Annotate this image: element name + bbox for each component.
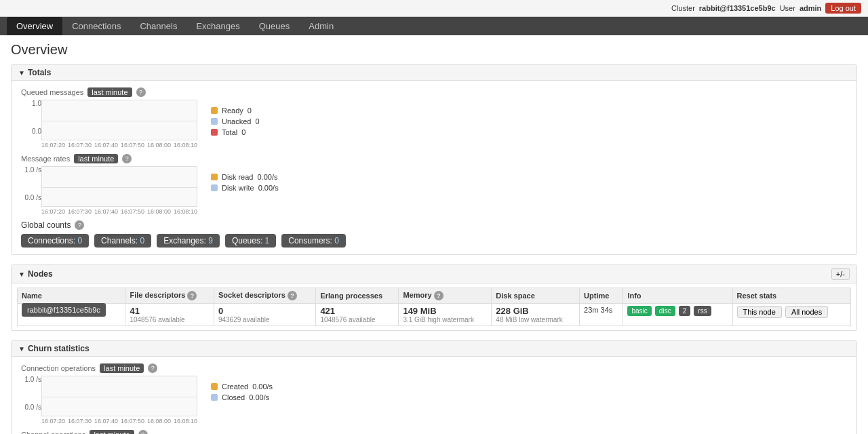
message-rates-row: 1.0 /s 0.0 /s 16:07:20 16:07:30 16:07:40…: [21, 166, 847, 215]
rates-legend: Disk read 0.00/s Disk write 0.00/s: [211, 173, 279, 192]
nodes-arrow: ▼: [18, 271, 25, 278]
topbar: Cluster rabbit@f13351ce5b9c User admin L…: [0, 0, 868, 17]
uptime-value: 23m 34s: [584, 306, 612, 314]
queued-help-icon[interactable]: ?: [136, 87, 146, 97]
count-exchanges[interactable]: Exchanges: 9: [157, 234, 220, 248]
memory-help[interactable]: ?: [434, 291, 443, 300]
nodes-section-header[interactable]: ▼ Nodes +/-: [12, 265, 856, 283]
memory-cell: 149 MiB 3.1 GiB high watermark: [399, 304, 492, 326]
file-desc-main: 41: [130, 306, 210, 316]
conn-ops-row: 1.0 /s 0.0 /s 16:07:20 16:07:30 16:07:40…: [21, 376, 847, 425]
node-name-cell: rabbit@f13351ce5b9c: [18, 304, 125, 326]
info-basic-badge: basic: [627, 306, 651, 316]
reset-stats-cell: This node All nodes: [732, 304, 850, 326]
nodes-body: Name File descriptors ? Socket descripto…: [12, 283, 856, 330]
legend-disk-write: Disk write 0.00/s: [211, 184, 279, 192]
erlang-sub: 1048576 available: [320, 316, 394, 323]
rates-y-axis: 1.0 /s 0.0 /s: [21, 166, 41, 201]
churn-title: Churn statistics: [28, 344, 90, 353]
memory-sub: 3.1 GiB high watermark: [403, 316, 487, 323]
churn-section: ▼ Churn statistics Connection operations…: [11, 340, 857, 434]
col-erlang: Erlang processes: [316, 288, 399, 304]
col-name: Name: [18, 288, 125, 304]
chan-ops-time-badge[interactable]: last minute: [90, 430, 134, 434]
queued-messages-label: Queued messages last minute ?: [21, 87, 847, 97]
chan-ops-label: Channel operations last minute ?: [21, 430, 847, 434]
socket-desc-main: 0: [218, 306, 311, 316]
nodes-section: ▼ Nodes +/- Name File descriptors ? Sock…: [11, 264, 857, 331]
disk-write-dot: [211, 184, 218, 191]
memory-main: 149 MiB: [403, 306, 487, 316]
tab-admin[interactable]: Admin: [299, 17, 343, 35]
rates-canvas: [41, 166, 197, 207]
grid-line-mid2: [42, 187, 197, 188]
user-label: User: [780, 4, 795, 12]
tab-connections[interactable]: Connections: [62, 17, 130, 35]
erlang-cell: 421 1048576 available: [316, 304, 399, 326]
col-disk: Disk space: [492, 288, 580, 304]
conn-ops-time-badge[interactable]: last minute: [100, 363, 144, 373]
count-connections[interactable]: Connections: 0: [21, 234, 89, 248]
disk-cell: 228 GiB 48 MiB low watermark: [492, 304, 580, 326]
file-desc-sub: 1048576 available: [130, 316, 210, 323]
chan-ops-help-icon[interactable]: ?: [138, 430, 148, 434]
file-desc-help[interactable]: ?: [187, 291, 197, 300]
counts-help-icon[interactable]: ?: [75, 220, 84, 230]
conn-ops-chart: 1.0 /s 0.0 /s 16:07:20 16:07:30 16:07:40…: [21, 376, 197, 425]
logout-button[interactable]: Log out: [825, 3, 861, 14]
totals-title: Totals: [28, 68, 51, 77]
counts-row: Connections: 0 Channels: 0 Exchanges: 9 …: [21, 234, 847, 248]
socket-desc-cell: 0 943629 available: [214, 304, 315, 326]
navbar: Overview Connections Channels Exchanges …: [0, 17, 868, 35]
user-name: admin: [800, 4, 821, 12]
col-file-desc: File descriptors ?: [125, 288, 214, 304]
nodes-title: Nodes: [28, 269, 53, 279]
rates-time-badge[interactable]: last minute: [74, 154, 118, 163]
tab-overview[interactable]: Overview: [7, 17, 62, 35]
info-cell: basic disc 2 rss: [623, 304, 732, 326]
tab-queues[interactable]: Queues: [250, 17, 300, 35]
this-node-button[interactable]: This node: [737, 306, 782, 318]
node-name: rabbit@f13351ce5b9c: [22, 303, 106, 317]
conn-ops-legend: Created 0.00/s Closed 0.00/s: [211, 382, 273, 401]
churn-arrow: ▼: [18, 345, 25, 353]
all-nodes-button[interactable]: All nodes: [785, 306, 828, 318]
page: Overview ▼ Totals Queued messages last m…: [0, 35, 868, 434]
legend-ready: Ready 0: [211, 106, 260, 115]
legend-conn-closed: Closed 0.00/s: [211, 393, 273, 401]
total-dot: [211, 129, 218, 136]
queued-time-badge[interactable]: last minute: [87, 87, 132, 97]
erlang-main: 421: [320, 306, 394, 316]
legend-disk-read: Disk read 0.00/s: [211, 173, 279, 181]
churn-section-header[interactable]: ▼ Churn statistics: [12, 341, 856, 357]
totals-section-header[interactable]: ▼ Totals: [12, 65, 856, 81]
nodes-expand-button[interactable]: +/-: [831, 268, 850, 280]
socket-desc-help[interactable]: ?: [288, 291, 297, 300]
legend-unacked: Unacked 0: [211, 117, 260, 125]
conn-ops-y-axis: 1.0 /s 0.0 /s: [21, 376, 41, 411]
tab-channels[interactable]: Channels: [130, 17, 186, 35]
totals-body: Queued messages last minute ? 1.0 0.0 16…: [12, 81, 856, 254]
col-memory: Memory ?: [399, 288, 492, 304]
info-rss-badge: rss: [694, 306, 711, 316]
count-channels[interactable]: Channels: 0: [94, 234, 151, 248]
page-title: Overview: [11, 42, 857, 58]
count-consumers[interactable]: Consumers: 0: [281, 234, 346, 248]
global-counts-label-row: Global counts ?: [21, 220, 847, 230]
nodes-header-row: Name File descriptors ? Socket descripto…: [18, 288, 851, 304]
grid-line-mid: [42, 121, 197, 121]
conn-ops-help-icon[interactable]: ?: [148, 363, 157, 373]
count-queues[interactable]: Queues: 1: [225, 234, 276, 248]
col-reset: Reset stats: [732, 288, 850, 304]
conn-closed-dot: [211, 394, 218, 401]
rates-help-icon[interactable]: ?: [122, 154, 132, 163]
queued-chart: 1.0 0.0 16:07:20 16:07:30 16:07:40 16:07…: [21, 100, 197, 149]
ready-dot: [211, 107, 218, 114]
disk-sub: 48 MiB low watermark: [496, 316, 575, 323]
col-uptime: Uptime: [580, 288, 623, 304]
conn-ops-canvas: [41, 376, 197, 416]
cluster-label: Cluster: [671, 4, 695, 12]
tab-exchanges[interactable]: Exchanges: [186, 17, 249, 35]
socket-desc-sub: 943629 available: [218, 316, 311, 323]
churn-body: Connection operations last minute ? 1.0 …: [12, 357, 856, 434]
